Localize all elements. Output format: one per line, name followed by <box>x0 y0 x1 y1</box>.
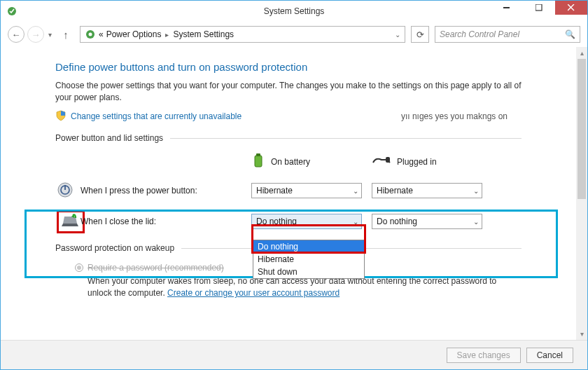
uac-link-row: Change settings that are currently unava… <box>55 110 522 123</box>
search-icon: 🔍 <box>565 29 575 39</box>
minimize-button[interactable] <box>491 1 523 15</box>
section-power-button: Power button and lid settings <box>55 133 522 143</box>
setting-row-power-button: When I press the power button: Hibernate… <box>55 181 522 200</box>
window-title: System Settings <box>264 6 325 16</box>
section-label: Power button and lid settings <box>55 133 163 143</box>
vertical-scrollbar[interactable]: ▴ ▾ <box>576 47 587 340</box>
breadcrumb-seg-power-options[interactable]: Power Options <box>106 29 162 39</box>
content-area: Define power buttons and turn on passwor… <box>1 47 576 340</box>
search-placeholder: Search Control Panel <box>440 29 519 39</box>
select-value: Do nothing <box>377 217 417 226</box>
history-dropdown-icon[interactable]: ▾ <box>48 31 52 39</box>
shield-icon <box>55 110 66 123</box>
svg-point-6 <box>89 33 92 36</box>
section-label: Password protection on wakeup <box>55 243 174 253</box>
svg-rect-9 <box>386 157 390 163</box>
chevron-down-icon: ⌄ <box>353 187 358 195</box>
window-controls <box>491 1 587 15</box>
setting-label: When I close the lid: <box>78 217 251 226</box>
setting-label: When I press the power button: <box>78 186 251 196</box>
page-title: Define power buttons and turn on passwor… <box>55 61 522 73</box>
forward-button[interactable]: → <box>27 26 44 43</box>
page-description: Choose the power settings that you want … <box>55 80 522 104</box>
radio-require-password[interactable] <box>75 263 83 272</box>
chevron-right-icon: ▸ <box>165 31 169 39</box>
column-label: Plugged in <box>397 157 437 167</box>
back-button[interactable]: ← <box>8 26 24 43</box>
battery-icon <box>251 153 265 172</box>
dropdown-option-do-nothing[interactable]: Do nothing <box>253 240 364 253</box>
divider-line <box>170 138 522 139</box>
power-icon <box>57 181 74 200</box>
navigation-toolbar: ← → ▾ ↑ « Power Options ▸ System Setting… <box>1 22 587 47</box>
column-on-battery: On battery <box>251 153 372 172</box>
svg-rect-1 <box>503 7 510 8</box>
search-input[interactable]: Search Control Panel 🔍 <box>435 26 580 43</box>
select-value: Do nothing <box>256 217 297 226</box>
scroll-thumb[interactable] <box>578 59 586 199</box>
lid-battery-select[interactable]: Do nothing ⌄ <box>251 214 362 229</box>
plug-icon <box>372 156 391 169</box>
breadcrumb-seg-system-settings[interactable]: System Settings <box>173 29 234 39</box>
footer-bar: Save changes Cancel <box>1 340 587 369</box>
column-label: On battery <box>271 157 310 167</box>
maximize-button[interactable] <box>523 1 555 15</box>
cancel-button[interactable]: Cancel <box>526 348 573 363</box>
lid-plugged-select[interactable]: Do nothing ⌄ <box>372 214 482 229</box>
window-frame: System Settings ← → ▾ ↑ « Power Options … <box>0 0 588 370</box>
chevron-down-icon: ⌄ <box>473 187 479 195</box>
breadcrumb-back: « <box>99 29 104 39</box>
column-headers: On battery Plugged in <box>55 153 522 172</box>
require-password-label: Require a password (recommended) <box>88 263 224 273</box>
scroll-up-icon[interactable]: ▴ <box>576 47 587 59</box>
address-dropdown-icon[interactable]: ⌄ <box>395 31 400 39</box>
chevron-down-icon: ⌄ <box>473 218 479 226</box>
power-button-battery-select[interactable]: Hibernate ⌄ <box>251 183 362 198</box>
power-button-plugged-select[interactable]: Hibernate ⌄ <box>372 183 482 198</box>
save-button[interactable]: Save changes <box>447 348 521 363</box>
svg-rect-2 <box>536 4 542 11</box>
column-plugged-in: Plugged in <box>372 153 492 172</box>
up-button[interactable]: ↑ <box>59 29 73 41</box>
chevron-down-icon: ⌄ <box>353 218 358 226</box>
select-value: Hibernate <box>377 186 413 196</box>
ghost-text: yıı nıges yes you makngs on <box>401 111 507 121</box>
dropdown-option-hibernate[interactable]: Hibernate <box>253 253 364 266</box>
select-value: Hibernate <box>256 186 293 196</box>
lid-battery-dropdown: Do nothing Hibernate Shut down <box>253 240 365 279</box>
create-password-link[interactable]: Create or change your user account passw… <box>167 288 340 298</box>
app-icon <box>6 6 18 17</box>
scroll-down-icon[interactable]: ▾ <box>576 328 587 340</box>
setting-row-close-lid: When I close the lid: Do nothing ⌄ Do no… <box>55 210 522 233</box>
change-settings-link[interactable]: Change settings that are currently unava… <box>71 111 241 121</box>
titlebar: System Settings <box>1 1 587 22</box>
svg-rect-8 <box>256 153 260 156</box>
close-button[interactable] <box>555 1 587 15</box>
address-bar[interactable]: « Power Options ▸ System Settings ⌄ <box>80 26 405 43</box>
laptop-icon <box>60 214 80 230</box>
dropdown-option-shut-down[interactable]: Shut down <box>253 266 364 278</box>
refresh-button[interactable]: ⟳ <box>411 26 429 43</box>
location-icon <box>85 29 96 40</box>
svg-rect-7 <box>255 156 262 167</box>
